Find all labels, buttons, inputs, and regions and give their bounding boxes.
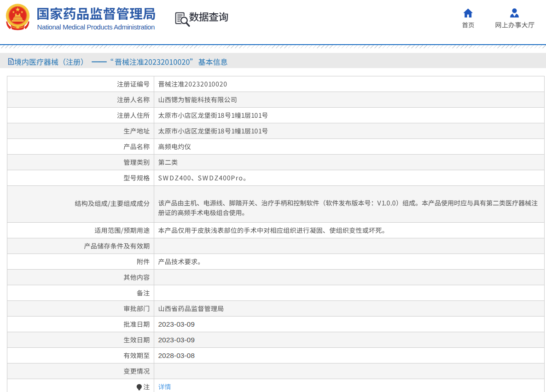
svg-text:2023-03-09: 2023-03-09 — [158, 320, 195, 328]
svg-text:National Medical Products Admi: National Medical Products Administration — [37, 23, 155, 31]
svg-text:2028-03-08: 2028-03-08 — [158, 352, 195, 359]
svg-text:2023-03-09: 2023-03-09 — [158, 336, 195, 344]
